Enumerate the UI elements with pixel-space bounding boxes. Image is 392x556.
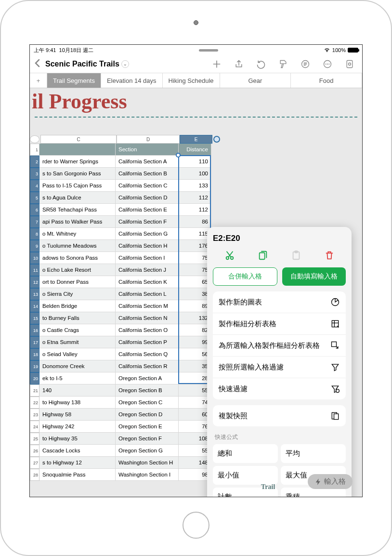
row-header[interactable]: 21: [30, 384, 39, 397]
row-header[interactable]: 6: [30, 204, 39, 216]
menu-item[interactable]: 快速過濾: [213, 378, 346, 399]
cell-distance[interactable]: 100: [179, 168, 211, 180]
column-header-c[interactable]: C: [40, 135, 117, 144]
row-header[interactable]: 16: [30, 324, 39, 336]
cell-trail[interactable]: Snoqualmie Pass: [39, 469, 116, 481]
cell-distance[interactable]: 99: [179, 336, 211, 348]
tab-gear[interactable]: Gear: [220, 73, 291, 88]
cell-trail[interactable]: SR58 Tehachapi Pass: [39, 204, 116, 216]
cell-distance[interactable]: 86: [179, 216, 211, 228]
cell-trail[interactable]: Pass to I-15 Cajon Pass: [39, 180, 116, 192]
tab-trail-segments[interactable]: Trail Segments: [47, 73, 101, 88]
table-row[interactable]: 17o Etna SummitCalifornia Section P99: [30, 336, 221, 348]
autofill-button[interactable]: 自動填寫輸入格: [282, 267, 346, 286]
cell-section[interactable]: Oregon Section B: [116, 384, 179, 397]
row-header[interactable]: 17: [30, 336, 39, 348]
cell-distance[interactable]: 56: [179, 348, 211, 360]
cell-trail[interactable]: o Castle Crags: [39, 324, 116, 336]
cell-trail[interactable]: rder to Warner Springs: [39, 156, 116, 168]
row-header[interactable]: 18: [30, 348, 39, 360]
menu-item[interactable]: 製作樞紐分析表格: [213, 313, 346, 335]
paste-icon[interactable]: [291, 250, 301, 261]
cell-distance[interactable]: 132: [179, 312, 211, 324]
quick-formula-最小值[interactable]: 最小值: [213, 466, 278, 485]
table-row[interactable]: 21140Oregon Section B55: [30, 384, 221, 397]
tab-food[interactable]: Food: [291, 73, 362, 88]
cell-distance[interactable]: 148: [179, 457, 211, 469]
cell-distance[interactable]: 55: [179, 384, 211, 397]
table-row[interactable]: 22to Highway 138Oregon Section C74: [30, 397, 221, 409]
table-row[interactable]: 11o Echo Lake ResortCalifornia Section J…: [30, 264, 221, 276]
table-row[interactable]: 14Belden BridgeCalifornia Section M89: [30, 300, 221, 312]
cell-distance[interactable]: 176: [179, 240, 211, 252]
row-header[interactable]: 9: [30, 240, 39, 252]
cell-trail[interactable]: Belden Bridge: [39, 300, 116, 312]
table-row[interactable]: 27s to Highway 12Washington Section H148: [30, 457, 221, 469]
cell-trail[interactable]: Cascade Locks: [39, 445, 116, 457]
cell-distance[interactable]: 55: [179, 445, 211, 457]
table-row[interactable]: 25to Highway 35Oregon Section F108: [30, 433, 221, 445]
table-row[interactable]: 16o Castle CragsCalifornia Section O82: [30, 324, 221, 336]
cell-distance[interactable]: Distance: [179, 144, 211, 156]
cell-trail[interactable]: to Burney Falls: [39, 312, 116, 324]
cell-section[interactable]: Oregon Section F: [116, 433, 179, 445]
merge-cells-button[interactable]: 合併輸入格: [213, 267, 277, 286]
cell-distance[interactable]: 75: [179, 252, 211, 264]
cell-trail[interactable]: api Pass to Walker Pass: [39, 216, 116, 228]
document-title[interactable]: Scenic Pacific Trails ⌄: [45, 60, 129, 68]
row-header[interactable]: 27: [30, 457, 39, 469]
table-row[interactable]: 23Highway 58Oregon Section D60: [30, 409, 221, 421]
cell-distance[interactable]: 98: [179, 469, 211, 481]
table-row[interactable]: 5s to Agua DulceCalifornia Section D112: [30, 192, 221, 204]
insert-button[interactable]: [207, 57, 226, 71]
cell-trail[interactable]: o Etna Summit: [39, 336, 116, 348]
column-header-d[interactable]: D: [117, 135, 180, 144]
row-header[interactable]: 10: [30, 252, 39, 264]
table-row[interactable]: 4Pass to I-15 Cajon PassCalifornia Secti…: [30, 180, 221, 192]
cell-trail[interactable]: ort to Donner Pass: [39, 276, 116, 288]
cell-section[interactable]: Washington Section I: [116, 469, 179, 481]
table-row[interactable]: 15to Burney FallsCalifornia Section N132: [30, 312, 221, 324]
title-dropdown-icon[interactable]: ⌄: [121, 60, 129, 68]
cell-trail[interactable]: [39, 144, 116, 156]
row-header[interactable]: 25: [30, 433, 39, 445]
cell-trail[interactable]: ek to I-5: [39, 372, 116, 384]
cell-section[interactable]: Oregon Section E: [116, 421, 179, 433]
row-header[interactable]: 5: [30, 192, 39, 204]
cell-distance[interactable]: 112: [179, 192, 211, 204]
cell-section[interactable]: California Section J: [116, 264, 179, 276]
row-header[interactable]: 11: [30, 264, 39, 276]
table-row[interactable]: 7api Pass to Walker PassCalifornia Secti…: [30, 216, 221, 228]
cell-trail[interactable]: to Highway 35: [39, 433, 116, 445]
cell-section[interactable]: Washington Section H: [116, 457, 179, 469]
format-brush-button[interactable]: [274, 57, 293, 71]
menu-item[interactable]: 製作新的圖表: [213, 291, 346, 313]
home-button[interactable]: [183, 512, 209, 539]
table-row[interactable]: 12ort to Donner PassCalifornia Section K…: [30, 276, 221, 288]
cell-section[interactable]: Oregon Section D: [116, 409, 179, 421]
cell-section[interactable]: Oregon Section C: [116, 397, 179, 409]
cell-distance[interactable]: 28: [179, 372, 211, 384]
cell-trail[interactable]: o Sierra City: [39, 288, 116, 300]
table-row[interactable]: 3s to San Gorgonio PassCalifornia Sectio…: [30, 168, 221, 180]
table-row[interactable]: 28Snoqualmie PassWashington Section I98: [30, 469, 221, 481]
row-header[interactable]: 3: [30, 168, 39, 180]
table-row[interactable]: 20ek to I-5Oregon Section A28: [30, 372, 221, 384]
cell-distance[interactable]: 112: [179, 204, 211, 216]
cell-distance[interactable]: 76: [179, 421, 211, 433]
cell-trail[interactable]: o Mt. Whitney: [39, 228, 116, 240]
cell-trail[interactable]: adows to Sonora Pass: [39, 252, 116, 264]
cell-section[interactable]: California Section O: [116, 324, 179, 336]
row-header[interactable]: 7: [30, 216, 39, 228]
quick-formula-總和[interactable]: 總和: [213, 444, 278, 463]
cell-trail[interactable]: o Tuolumne Meadows: [39, 240, 116, 252]
table-row[interactable]: 1SectionDistance: [30, 144, 221, 156]
table-row[interactable]: 9o Tuolumne MeadowsCalifornia Section H1…: [30, 240, 221, 252]
multitask-pill[interactable]: [199, 49, 218, 52]
selection-handle-top[interactable]: [176, 153, 181, 158]
cell-distance[interactable]: 74: [179, 397, 211, 409]
cell-section[interactable]: California Section I: [116, 252, 179, 264]
cell-distance[interactable]: 75: [179, 264, 211, 276]
cell-section[interactable]: Section: [116, 144, 179, 156]
cell-section[interactable]: California Section M: [116, 300, 179, 312]
